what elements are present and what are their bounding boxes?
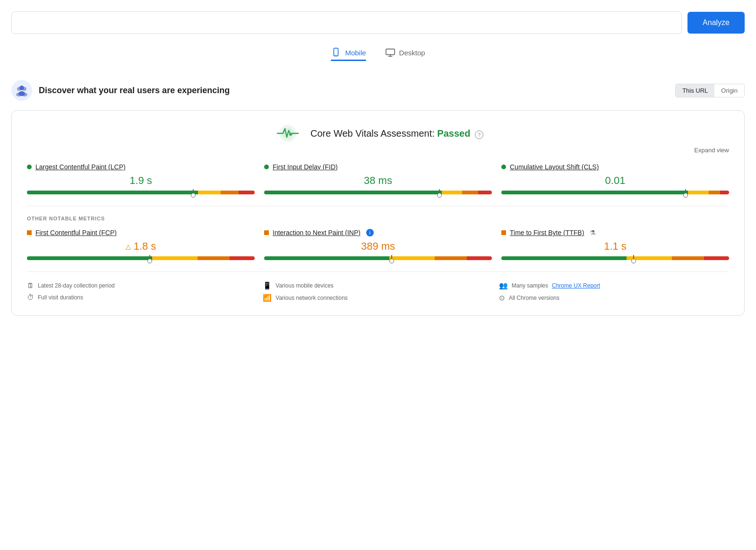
other-metrics-label: OTHER NOTABLE METRICS <box>27 216 729 221</box>
other-metrics-grid: First Contentful Paint (FCP) △ 1.8 s <box>27 229 729 260</box>
device-tabs: Mobile Desktop <box>11 47 745 65</box>
ttfb-value: 1.1 s <box>501 240 729 253</box>
fcp-value-text: 1.8 s <box>134 240 156 253</box>
footer-samples: 👥 Many samples Chrome UX Report <box>499 281 729 290</box>
cwv-card: Core Web Vitals Assessment: Passed ? Exp… <box>11 110 745 316</box>
cls-value: 0.01 <box>501 175 729 187</box>
footer-visit-durations: ⏱ Full visit durations <box>27 293 257 301</box>
ttfb-beaker-icon: ⚗ <box>590 229 596 236</box>
samples-icon: 👥 <box>499 281 508 290</box>
calendar-icon: 🗓 <box>27 281 34 289</box>
metric-fcp: First Contentful Paint (FCP) △ 1.8 s <box>27 229 255 260</box>
svg-point-12 <box>289 133 292 136</box>
fcp-warning-icon: △ <box>126 243 131 250</box>
chrome-ux-report-link[interactable]: Chrome UX Report <box>552 282 600 289</box>
cls-bar <box>501 191 729 194</box>
footer-chrome-versions: ⊙ All Chrome versions <box>499 294 729 302</box>
cls-link[interactable]: Cumulative Layout Shift (CLS) <box>510 163 599 171</box>
metric-inp: Interaction to Next Paint (INP) i 389 ms <box>264 229 492 260</box>
url-origin-toggle: This URL Origin <box>675 84 745 97</box>
network-icon: 📶 <box>263 294 272 302</box>
assessment-result: Passed <box>437 128 470 139</box>
footer-mobile-devices: 📱 Various mobile devices <box>263 281 493 290</box>
url-input[interactable]: https://www.semrush.com/ <box>11 11 682 34</box>
cwv-assessment-text: Core Web Vitals Assessment: Passed ? <box>310 128 483 139</box>
fcp-value: △ 1.8 s <box>27 240 255 253</box>
footer-col-1: 🗓 Latest 28-day collection period ⏱ Full… <box>27 281 257 302</box>
expand-view-link[interactable]: Expand view <box>27 147 729 154</box>
svg-rect-2 <box>386 49 394 55</box>
users-avatar-icon <box>11 80 32 101</box>
card-footer: 🗓 Latest 28-day collection period ⏱ Full… <box>27 271 729 302</box>
ttfb-bar <box>501 256 729 260</box>
tab-mobile[interactable]: Mobile <box>331 47 366 65</box>
metric-lcp: Largest Contentful Paint (LCP) 1.9 s <box>27 163 255 194</box>
inp-bar <box>264 256 492 260</box>
inp-link[interactable]: Interaction to Next Paint (INP) <box>273 229 361 236</box>
lcp-link[interactable]: Largest Contentful Paint (LCP) <box>35 163 126 171</box>
tab-mobile-label: Mobile <box>345 49 366 57</box>
footer-col-3: 👥 Many samples Chrome UX Report ⊙ All Ch… <box>499 281 729 302</box>
section-title: Discover what your real users are experi… <box>39 86 230 96</box>
inp-info-icon[interactable]: i <box>366 229 374 236</box>
origin-button[interactable]: Origin <box>714 84 744 97</box>
lcp-value: 1.9 s <box>27 175 255 187</box>
analyze-button[interactable]: Analyze <box>687 12 745 34</box>
lcp-bar <box>27 191 255 194</box>
desktop-icon <box>385 47 395 58</box>
svg-point-8 <box>19 86 24 90</box>
svg-point-9 <box>18 91 25 96</box>
fid-link[interactable]: First Input Delay (FID) <box>273 163 338 171</box>
footer-col-2: 📱 Various mobile devices 📶 Various netwo… <box>263 281 493 302</box>
timer-icon: ⏱ <box>27 293 34 301</box>
fcp-status-square <box>27 230 32 235</box>
mobile-icon <box>331 47 341 58</box>
cwv-assessment-header: Core Web Vitals Assessment: Passed ? <box>27 124 729 143</box>
section-header: Discover what your real users are experi… <box>11 78 745 103</box>
metric-fid: First Input Delay (FID) 38 ms <box>264 163 492 194</box>
help-icon[interactable]: ? <box>475 131 483 139</box>
metric-cls: Cumulative Layout Shift (CLS) 0.01 <box>501 163 729 194</box>
tab-desktop[interactable]: Desktop <box>385 47 425 65</box>
chrome-icon: ⊙ <box>499 294 505 302</box>
divider <box>27 206 729 206</box>
svg-point-13 <box>292 132 294 134</box>
footer-duration-text: Full visit durations <box>38 294 83 301</box>
inp-status-square <box>264 230 269 235</box>
lcp-status-dot <box>27 165 32 169</box>
footer-network: 📶 Various network connections <box>263 294 493 302</box>
footer-samples-text: Many samples <box>512 282 548 289</box>
fid-bar <box>264 191 492 194</box>
fid-status-dot <box>264 165 269 169</box>
fcp-bar <box>27 256 255 260</box>
svg-point-14 <box>294 133 296 134</box>
svg-point-1 <box>335 54 336 55</box>
metric-ttfb: Time to First Byte (TTFB) ⚗ 1.1 s <box>501 229 729 260</box>
ttfb-link[interactable]: Time to First Byte (TTFB) <box>510 229 584 236</box>
footer-devices-text: Various mobile devices <box>275 282 334 289</box>
fid-value: 38 ms <box>264 175 492 187</box>
footer-collection-period: 🗓 Latest 28-day collection period <box>27 281 257 289</box>
ttfb-status-square <box>501 230 506 235</box>
footer-chrome-text: All Chrome versions <box>509 295 559 301</box>
fcp-link[interactable]: First Contentful Paint (FCP) <box>35 229 117 236</box>
footer-network-text: Various network connections <box>275 295 348 301</box>
tab-desktop-label: Desktop <box>399 49 425 57</box>
this-url-button[interactable]: This URL <box>676 84 714 97</box>
assessment-label: Core Web Vitals Assessment: <box>310 128 435 139</box>
heartbeat-icon <box>273 124 303 143</box>
url-bar: https://www.semrush.com/ Analyze <box>11 11 745 34</box>
cls-status-dot <box>501 165 506 169</box>
footer-period-text: Latest 28-day collection period <box>38 282 115 289</box>
core-metrics-grid: Largest Contentful Paint (LCP) 1.9 s Fir… <box>27 163 729 194</box>
inp-value: 389 ms <box>264 240 492 253</box>
mobile-devices-icon: 📱 <box>263 281 272 290</box>
